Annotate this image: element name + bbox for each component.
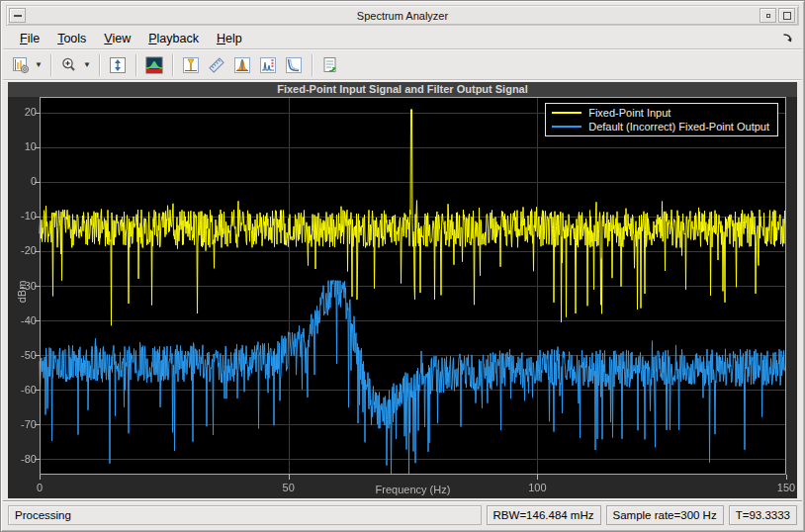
- minimize-button[interactable]: [760, 8, 776, 23]
- signal-statistics-icon: [232, 55, 252, 75]
- spectrum-analyzer-window: Spectrum Analyzer FileToolsViewPlaybackH…: [0, 0, 805, 532]
- legend-line-sample: [552, 112, 581, 114]
- window-title: Spectrum Analyzer: [7, 10, 798, 22]
- spectrum-settings-button[interactable]: [9, 53, 33, 77]
- x-axis-label: Frequency (Hz): [40, 484, 786, 495]
- menu-playback[interactable]: Playback: [139, 30, 208, 47]
- peak-finder-button[interactable]: [179, 53, 203, 77]
- x-tick-label: 0: [37, 482, 43, 493]
- legend-line-sample: [552, 126, 581, 128]
- spectrum-settings-dropdown[interactable]: ▼: [34, 53, 44, 77]
- menubar: FileToolsViewPlaybackHelp: [3, 28, 802, 49]
- figure-area: Fixed-Point Input Signal and Filter Outp…: [8, 82, 797, 498]
- toolbar-separator: [312, 54, 313, 76]
- toolbar-separator: [99, 54, 100, 76]
- maximize-button[interactable]: [778, 8, 795, 23]
- plot-canvas[interactable]: [8, 82, 797, 498]
- y-tick-label: -50: [10, 350, 37, 361]
- export-icon: [320, 55, 340, 75]
- spectrum-view-button[interactable]: [142, 53, 166, 77]
- menu-help[interactable]: Help: [208, 30, 251, 47]
- export-button[interactable]: [318, 53, 342, 77]
- ccdf-measurements-button[interactable]: [282, 53, 306, 77]
- status-time: T=93.3333: [729, 505, 797, 525]
- y-tick-label: -80: [10, 454, 37, 465]
- statusbar: Processing RBW=146.484 mHz Sample rate=3…: [3, 500, 802, 529]
- x-tick-label: 100: [528, 482, 546, 493]
- plot-title: Fixed-Point Input Signal and Filter Outp…: [8, 82, 797, 97]
- spectrum-settings-icon: [12, 56, 30, 74]
- y-tick-label: -40: [10, 315, 37, 326]
- legend-row: Fixed-Point Input: [552, 107, 769, 119]
- y-tick-label: -10: [10, 211, 37, 222]
- signal-statistics-button[interactable]: [230, 53, 254, 77]
- full-span-button[interactable]: [106, 53, 130, 77]
- status-rbw: RBW=146.484 mHz: [487, 505, 601, 525]
- legend-label: Fixed-Point Input: [588, 107, 671, 119]
- menu-file[interactable]: File: [11, 30, 48, 47]
- zoom-button[interactable]: [57, 53, 81, 77]
- ccdf-measurements-icon: [284, 55, 304, 75]
- menu-view[interactable]: View: [95, 30, 139, 47]
- titlebar[interactable]: Spectrum Analyzer: [6, 5, 799, 26]
- status-sample-rate: Sample rate=300 Hz: [606, 505, 724, 525]
- zoom-dropdown[interactable]: ▼: [82, 53, 92, 77]
- toolbar: ▼ ▼: [3, 50, 802, 80]
- x-tick-label: 150: [777, 482, 795, 493]
- peak-finder-icon: [181, 55, 201, 75]
- spectrum-view-icon: [144, 55, 164, 75]
- full-span-icon: [108, 55, 128, 75]
- y-tick-label: -20: [10, 245, 37, 256]
- y-tick-label: -70: [10, 419, 37, 430]
- toolbar-separator: [50, 54, 51, 76]
- distortion-measurements-icon: [258, 55, 278, 75]
- toolbar-separator: [172, 54, 173, 76]
- cursor-measurements-button[interactable]: [205, 53, 228, 77]
- y-tick-label: 0: [10, 176, 37, 187]
- minimize-icon: [766, 14, 770, 18]
- dock-arrow-icon[interactable]: [781, 32, 794, 44]
- y-tick-label: -30: [10, 281, 37, 292]
- y-tick-label: 10: [10, 141, 37, 152]
- distortion-measurements-button[interactable]: [256, 53, 280, 77]
- cursor-measurements-icon: [207, 55, 226, 75]
- y-tick-label: -60: [10, 385, 37, 396]
- y-tick-label: 20: [10, 107, 37, 118]
- toolbar-separator: [135, 54, 136, 76]
- maximize-icon: [783, 12, 791, 20]
- legend-label: Default (Incorrect) Fixed-Point Output: [588, 121, 769, 133]
- x-tick-label: 50: [283, 482, 295, 493]
- legend[interactable]: Fixed-Point InputDefault (Incorrect) Fix…: [545, 103, 778, 136]
- menu-tools[interactable]: Tools: [48, 30, 95, 47]
- legend-row: Default (Incorrect) Fixed-Point Output: [552, 121, 769, 133]
- status-message: Processing: [8, 505, 482, 525]
- zoom-icon: [60, 56, 78, 74]
